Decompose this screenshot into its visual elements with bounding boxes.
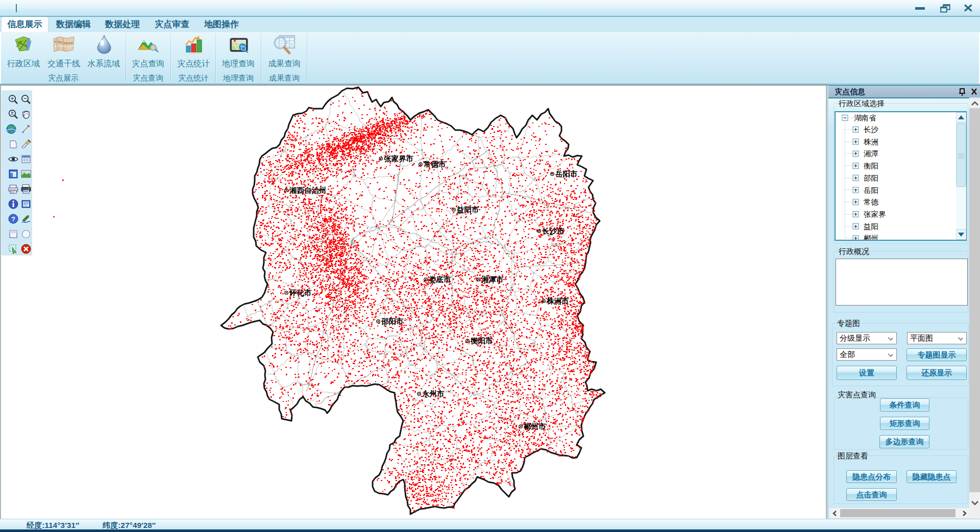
svg-text:益阳市: 益阳市 — [456, 206, 479, 214]
svg-text:永州市: 永州市 — [422, 390, 445, 398]
svg-text:郴州: 郴州 — [864, 234, 878, 240]
svg-text:湘潭市: 湘潭市 — [481, 275, 504, 284]
svg-text:常德: 常德 — [864, 198, 879, 206]
svg-text:株洲: 株洲 — [864, 138, 878, 146]
svg-text:衡阳市: 衡阳市 — [470, 337, 493, 345]
svg-text:湖南省: 湖南省 — [854, 114, 876, 122]
svg-text:?: ? — [11, 215, 15, 223]
svg-text:长沙市: 长沙市 — [542, 227, 565, 235]
svg-text:衡阳: 衡阳 — [864, 162, 878, 170]
svg-text:长沙: 长沙 — [864, 125, 879, 134]
svg-text:邵阳市: 邵阳市 — [381, 317, 404, 325]
svg-text:邵阳: 邵阳 — [864, 174, 878, 182]
svg-text:郴州市: 郴州市 — [523, 422, 546, 430]
svg-text:怀化市: 怀化市 — [289, 289, 312, 297]
svg-text:益阳: 益阳 — [864, 222, 878, 231]
svg-text:株洲市: 株洲市 — [546, 297, 569, 305]
svg-text:张家界市: 张家界市 — [384, 155, 414, 163]
svg-text:湘潭: 湘潭 — [864, 149, 878, 158]
svg-text:常德市: 常德市 — [423, 160, 446, 168]
svg-text:岳阳市: 岳阳市 — [555, 170, 578, 178]
svg-text:张家界: 张家界 — [864, 210, 886, 218]
svg-text:娄底市: 娄底市 — [429, 275, 451, 284]
svg-text:湘西自治州: 湘西自治州 — [289, 186, 327, 194]
svg-text:岳阳: 岳阳 — [864, 186, 878, 194]
